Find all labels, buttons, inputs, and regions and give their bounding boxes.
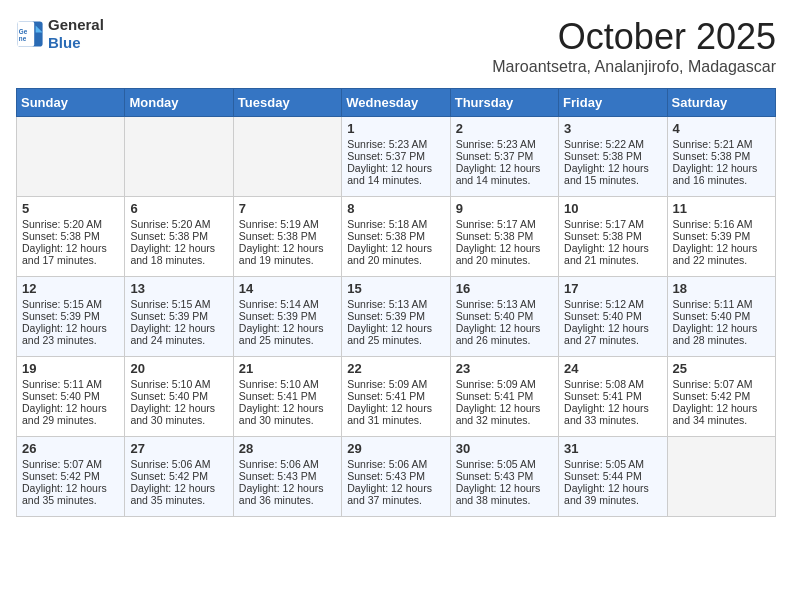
day-cell: 5Sunrise: 5:20 AMSunset: 5:38 PMDaylight… [17,197,125,277]
day-number: 26 [22,441,119,456]
svg-text:ne: ne [19,35,27,42]
sunset-text: Sunset: 5:37 PM [456,150,534,162]
sunrise-text: Sunrise: 5:06 AM [239,458,319,470]
daylight-text: Daylight: 12 hours and 35 minutes. [130,482,215,506]
header-cell-monday: Monday [125,89,233,117]
day-cell: 8Sunrise: 5:18 AMSunset: 5:38 PMDaylight… [342,197,450,277]
sunset-text: Sunset: 5:43 PM [456,470,534,482]
daylight-text: Daylight: 12 hours and 18 minutes. [130,242,215,266]
day-number: 3 [564,121,661,136]
daylight-text: Daylight: 12 hours and 20 minutes. [347,242,432,266]
logo-wordmark: General Blue [48,16,104,52]
sunrise-text: Sunrise: 5:17 AM [564,218,644,230]
sunrise-text: Sunrise: 5:19 AM [239,218,319,230]
sunset-text: Sunset: 5:40 PM [564,310,642,322]
day-cell: 14Sunrise: 5:14 AMSunset: 5:39 PMDayligh… [233,277,341,357]
day-cell: 28Sunrise: 5:06 AMSunset: 5:43 PMDayligh… [233,437,341,517]
sunset-text: Sunset: 5:39 PM [347,310,425,322]
sunrise-text: Sunrise: 5:16 AM [673,218,753,230]
day-number: 19 [22,361,119,376]
month-title: October 2025 [492,16,776,58]
sunset-text: Sunset: 5:40 PM [673,310,751,322]
sunrise-text: Sunrise: 5:09 AM [456,378,536,390]
day-number: 20 [130,361,227,376]
day-number: 6 [130,201,227,216]
sunset-text: Sunset: 5:41 PM [564,390,642,402]
day-number: 16 [456,281,553,296]
day-cell: 17Sunrise: 5:12 AMSunset: 5:40 PMDayligh… [559,277,667,357]
day-number: 5 [22,201,119,216]
day-cell: 11Sunrise: 5:16 AMSunset: 5:39 PMDayligh… [667,197,775,277]
sunset-text: Sunset: 5:38 PM [456,230,534,242]
daylight-text: Daylight: 12 hours and 36 minutes. [239,482,324,506]
day-cell: 21Sunrise: 5:10 AMSunset: 5:41 PMDayligh… [233,357,341,437]
day-cell: 15Sunrise: 5:13 AMSunset: 5:39 PMDayligh… [342,277,450,357]
sunset-text: Sunset: 5:38 PM [130,230,208,242]
day-cell [233,117,341,197]
sunset-text: Sunset: 5:41 PM [347,390,425,402]
daylight-text: Daylight: 12 hours and 25 minutes. [239,322,324,346]
sunrise-text: Sunrise: 5:13 AM [456,298,536,310]
day-cell: 24Sunrise: 5:08 AMSunset: 5:41 PMDayligh… [559,357,667,437]
day-number: 17 [564,281,661,296]
sunrise-text: Sunrise: 5:15 AM [22,298,102,310]
daylight-text: Daylight: 12 hours and 28 minutes. [673,322,758,346]
logo-general: General [48,16,104,33]
sunrise-text: Sunrise: 5:12 AM [564,298,644,310]
sunset-text: Sunset: 5:43 PM [347,470,425,482]
day-cell: 31Sunrise: 5:05 AMSunset: 5:44 PMDayligh… [559,437,667,517]
day-number: 29 [347,441,444,456]
sunset-text: Sunset: 5:42 PM [673,390,751,402]
day-number: 13 [130,281,227,296]
day-cell [17,117,125,197]
day-number: 9 [456,201,553,216]
daylight-text: Daylight: 12 hours and 22 minutes. [673,242,758,266]
week-row-5: 26Sunrise: 5:07 AMSunset: 5:42 PMDayligh… [17,437,776,517]
daylight-text: Daylight: 12 hours and 14 minutes. [347,162,432,186]
header-cell-wednesday: Wednesday [342,89,450,117]
sunset-text: Sunset: 5:38 PM [564,230,642,242]
sunrise-text: Sunrise: 5:20 AM [22,218,102,230]
sunrise-text: Sunrise: 5:22 AM [564,138,644,150]
day-cell: 30Sunrise: 5:05 AMSunset: 5:43 PMDayligh… [450,437,558,517]
svg-text:Ge: Ge [19,28,28,35]
header-cell-sunday: Sunday [17,89,125,117]
sunrise-text: Sunrise: 5:23 AM [347,138,427,150]
daylight-text: Daylight: 12 hours and 32 minutes. [456,402,541,426]
day-number: 18 [673,281,770,296]
day-number: 28 [239,441,336,456]
day-cell: 12Sunrise: 5:15 AMSunset: 5:39 PMDayligh… [17,277,125,357]
daylight-text: Daylight: 12 hours and 14 minutes. [456,162,541,186]
day-cell: 9Sunrise: 5:17 AMSunset: 5:38 PMDaylight… [450,197,558,277]
sunrise-text: Sunrise: 5:13 AM [347,298,427,310]
sunset-text: Sunset: 5:40 PM [456,310,534,322]
daylight-text: Daylight: 12 hours and 30 minutes. [239,402,324,426]
header-cell-friday: Friday [559,89,667,117]
header-cell-tuesday: Tuesday [233,89,341,117]
day-number: 14 [239,281,336,296]
calendar-header-row: SundayMondayTuesdayWednesdayThursdayFrid… [17,89,776,117]
sunrise-text: Sunrise: 5:06 AM [347,458,427,470]
daylight-text: Daylight: 12 hours and 33 minutes. [564,402,649,426]
day-cell: 2Sunrise: 5:23 AMSunset: 5:37 PMDaylight… [450,117,558,197]
sunrise-text: Sunrise: 5:07 AM [673,378,753,390]
day-cell: 13Sunrise: 5:15 AMSunset: 5:39 PMDayligh… [125,277,233,357]
sunset-text: Sunset: 5:44 PM [564,470,642,482]
day-cell [125,117,233,197]
daylight-text: Daylight: 12 hours and 23 minutes. [22,322,107,346]
sunrise-text: Sunrise: 5:18 AM [347,218,427,230]
daylight-text: Daylight: 12 hours and 17 minutes. [22,242,107,266]
sunrise-text: Sunrise: 5:05 AM [564,458,644,470]
daylight-text: Daylight: 12 hours and 25 minutes. [347,322,432,346]
day-cell: 1Sunrise: 5:23 AMSunset: 5:37 PMDaylight… [342,117,450,197]
logo-blue: Blue [48,34,81,51]
sunset-text: Sunset: 5:38 PM [22,230,100,242]
sunrise-text: Sunrise: 5:10 AM [239,378,319,390]
day-number: 7 [239,201,336,216]
day-cell [667,437,775,517]
sunrise-text: Sunrise: 5:11 AM [673,298,753,310]
sunrise-text: Sunrise: 5:14 AM [239,298,319,310]
day-number: 11 [673,201,770,216]
calendar-body: 1Sunrise: 5:23 AMSunset: 5:37 PMDaylight… [17,117,776,517]
day-number: 24 [564,361,661,376]
